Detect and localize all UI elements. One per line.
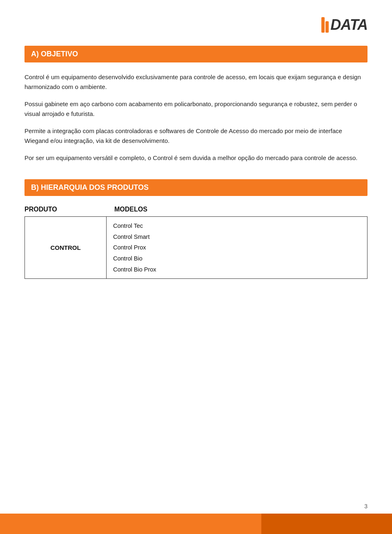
- paragraph-4: Por ser um equipamento versátil e comple…: [24, 153, 368, 163]
- table-headers: PRODUTO MODELOS: [24, 206, 368, 216]
- paragraph-3: Permite a integração com placas controla…: [24, 126, 368, 146]
- footer-dark-bar: [261, 514, 392, 534]
- logo: DATA: [321, 16, 368, 33]
- col-header-modelos: MODELOS: [106, 206, 368, 216]
- modelo-item-5: Control Bio Prox: [113, 265, 361, 275]
- footer-decoration: [0, 514, 392, 534]
- paragraph-2: Possui gabinete em aço carbono com acaba…: [24, 99, 368, 119]
- section-b: B) HIERARQUIA DOS PRODUTOS PRODUTO MODEL…: [24, 179, 368, 279]
- section-a: A) OBJETIVO Control é um equipamento des…: [24, 46, 368, 163]
- logo-bar-2: [325, 21, 329, 33]
- page-header: DATA: [24, 16, 368, 33]
- modelo-item-1: Control Tec: [113, 221, 361, 231]
- table-cell-modelos: Control Tec Control Smart Control Prox C…: [107, 217, 367, 278]
- col-header-produto: PRODUTO: [24, 206, 106, 216]
- modelo-item-3: Control Prox: [113, 243, 361, 253]
- page-container: DATA A) OBJETIVO Control é um equipament…: [0, 0, 392, 534]
- section-b-heading: B) HIERARQUIA DOS PRODUTOS: [24, 179, 368, 196]
- logo-id-part: [321, 17, 329, 33]
- table-body: CONTROL Control Tec Control Smart Contro…: [24, 216, 368, 279]
- section-a-heading: A) OBJETIVO: [24, 46, 368, 62]
- logo-bar-1: [321, 17, 325, 33]
- paragraph-1: Control é um equipamento desenvolvido ex…: [24, 72, 368, 92]
- logo-data-text: DATA: [330, 16, 368, 33]
- modelo-item-4: Control Bio: [113, 254, 361, 264]
- modelo-item-2: Control Smart: [113, 232, 361, 242]
- footer-orange-bar: [0, 514, 261, 534]
- page-number: 3: [364, 503, 368, 510]
- table-cell-produto: CONTROL: [25, 217, 107, 278]
